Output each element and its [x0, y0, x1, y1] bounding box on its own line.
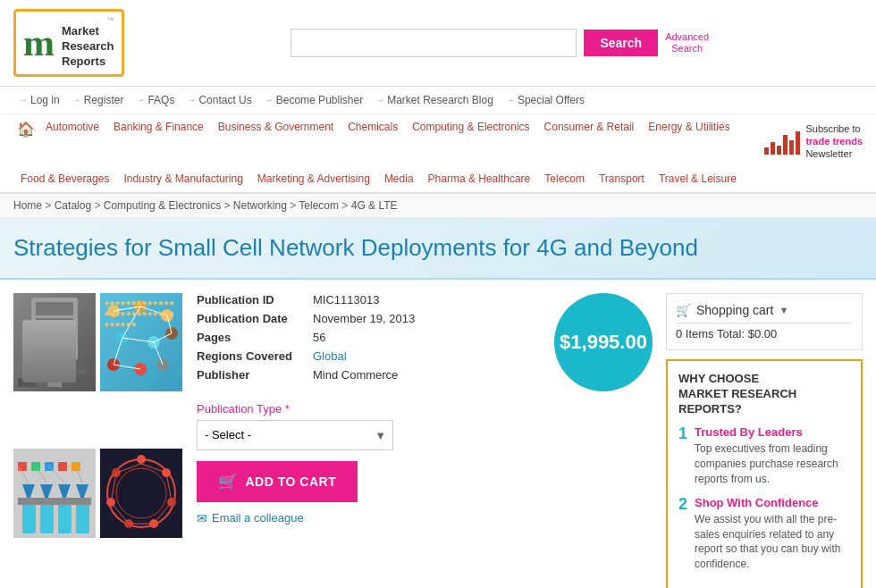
cat-automotive[interactable]: Automotive — [38, 114, 106, 169]
shopping-cart-icon: 🛒 — [676, 303, 691, 317]
logo-letter-m: m — [23, 24, 55, 62]
cat-business[interactable]: Business & Government — [211, 114, 341, 169]
category-nav: 🏠 Automotive Banking & Finance Business … — [0, 114, 876, 194]
why-heading-1: Trusted By Leaders — [695, 425, 850, 439]
cart-divider — [676, 323, 853, 323]
why-item-2: 2 Shop With Confidence We assist you wit… — [678, 496, 850, 572]
cat-energy[interactable]: Energy & Utilities — [641, 114, 737, 169]
why-number-1: 1 — [678, 425, 687, 486]
svg-point-8 — [134, 300, 147, 313]
cat-media[interactable]: Media — [377, 169, 421, 189]
search-button[interactable]: Search — [584, 29, 658, 56]
cat-travel[interactable]: Travel & Leisure — [652, 169, 744, 189]
required-marker: * — [285, 402, 290, 416]
subscribe-line1: Subscribe to — [805, 122, 863, 135]
category-row-1: 🏠 Automotive Banking & Finance Business … — [13, 114, 863, 169]
publication-type-select[interactable]: - Select - PDF Print PDF + Print — [197, 420, 393, 450]
cart-header: 🛒 Shopping cart ▼ — [676, 303, 853, 317]
product-image-4 — [100, 449, 182, 538]
cart-total-value: $0.00 — [748, 327, 778, 340]
subscribe-line3: Newsletter — [805, 147, 863, 160]
cat-pharma[interactable]: Pharma & Healthcare — [421, 169, 538, 189]
pub-id-label: Publication ID — [197, 293, 313, 307]
breadcrumb-home[interactable]: Home — [13, 199, 42, 212]
nav-contact[interactable]: Contact Us — [181, 92, 257, 108]
nav-publisher[interactable]: Become Publisher — [259, 92, 368, 108]
logo-text: Market Research Reports — [62, 24, 114, 70]
breadcrumb-telecom[interactable]: Telecom — [299, 199, 339, 212]
svg-rect-1 — [36, 302, 73, 315]
why-number-2: 2 — [678, 496, 687, 572]
main-content: Publication ID MIC1113013 Publication Da… — [0, 280, 876, 588]
svg-rect-3 — [36, 334, 73, 348]
add-to-cart-button[interactable]: 🛒 ADD TO CART — [197, 461, 358, 502]
cart-total: 0 Items Total: $0.00 — [676, 327, 853, 340]
nav-offers[interactable]: Special Offers — [501, 92, 590, 108]
nav-login[interactable]: Log in — [13, 92, 65, 108]
svg-point-9 — [161, 309, 173, 322]
breadcrumb-catalog[interactable]: Catalog — [55, 199, 91, 212]
breadcrumb-4g-lte[interactable]: 4G & LTE — [351, 199, 398, 212]
publisher-label: Publisher — [197, 368, 313, 382]
cat-computing[interactable]: Computing & Electronics — [405, 114, 536, 169]
cat-banking[interactable]: Banking & Finance — [106, 114, 211, 169]
header: m ™ Market Research Reports Search Advan… — [0, 0, 876, 87]
subscribe-line2: trade trends — [805, 135, 863, 147]
email-colleague-text: Email a colleague — [212, 511, 304, 525]
right-sidebar: 🛒 Shopping cart ▼ 0 Items Total: $0.00 W… — [666, 293, 863, 588]
nav-faqs[interactable]: FAQs — [131, 92, 180, 108]
svg-point-7 — [107, 305, 120, 317]
nav-register[interactable]: Register — [67, 92, 130, 108]
publication-type-select-wrapper: - Select - PDF Print PDF + Print ▼ — [197, 420, 393, 450]
trend-chart-icon — [764, 128, 800, 155]
svg-point-44 — [116, 468, 166, 518]
product-image-3 — [13, 449, 96, 538]
subscribe-box: Subscribe to trade trends Newsletter — [805, 118, 863, 165]
publisher-value: Mind Commerce — [313, 368, 398, 382]
breadcrumb-networking[interactable]: Networking — [233, 199, 287, 212]
price-circle: $1,995.00 — [554, 293, 653, 391]
email-icon: ✉ — [197, 511, 207, 525]
cat-consumer[interactable]: Consumer & Retail — [537, 114, 642, 169]
svg-rect-33 — [18, 498, 91, 505]
meta-publisher: Publisher Mind Commerce — [197, 368, 536, 382]
search-area: Search Advanced Search — [138, 29, 863, 57]
breadcrumb-computing[interactable]: Computing & Electronics — [104, 199, 221, 212]
product-image-2 — [100, 293, 182, 391]
email-colleague-link[interactable]: ✉ Email a colleague — [197, 511, 653, 525]
why-choose-title: WHY CHOOSE MARKET RESEARCH REPORTS? — [678, 372, 850, 417]
meta-table: Publication ID MIC1113013 Publication Da… — [197, 293, 536, 391]
cat-telecom[interactable]: Telecom — [537, 169, 592, 189]
pages-label: Pages — [197, 331, 313, 344]
shopping-cart-box: 🛒 Shopping cart ▼ 0 Items Total: $0.00 — [666, 293, 863, 350]
why-item-1: 1 Trusted By Leaders Top executives from… — [678, 425, 850, 486]
pub-date-label: Publication Date — [197, 312, 313, 325]
logo[interactable]: m ™ Market Research Reports — [13, 9, 124, 77]
category-row-2: Food & Beverages Industry & Manufacturin… — [13, 169, 863, 192]
nav-blog[interactable]: Market Research Blog — [370, 92, 499, 108]
cart-title: Shopping cart — [696, 303, 773, 317]
cat-transport[interactable]: Transport — [592, 169, 652, 189]
svg-rect-2 — [36, 318, 73, 332]
why-body-1: Top executives from leading companies pu… — [695, 441, 850, 486]
cart-total-label: Total: — [717, 327, 745, 340]
cat-industry[interactable]: Industry & Manufacturing — [116, 169, 249, 189]
home-icon[interactable]: 🏠 — [13, 114, 38, 169]
product-image-1 — [13, 293, 96, 391]
search-input[interactable] — [291, 29, 577, 57]
cart-icon: 🛒 — [218, 472, 239, 491]
cart-dropdown-icon[interactable]: ▼ — [779, 305, 788, 315]
svg-rect-27 — [58, 502, 72, 533]
svg-point-45 — [137, 455, 146, 464]
product-images — [13, 293, 183, 588]
page-title-section: Strategies for Small Cell Network Deploy… — [0, 218, 876, 280]
why-content-2: Shop With Confidence We assist you with … — [695, 496, 850, 572]
cat-food[interactable]: Food & Beverages — [13, 169, 116, 189]
regions-link[interactable]: Global — [313, 349, 347, 363]
product-details: Publication ID MIC1113013 Publication Da… — [197, 293, 653, 588]
regions-value: Global — [313, 349, 347, 363]
cat-chemicals[interactable]: Chemicals — [341, 114, 405, 169]
breadcrumb: Home > Catalog > Computing & Electronics… — [0, 194, 876, 218]
cat-marketing[interactable]: Marketing & Advertising — [250, 169, 377, 189]
advanced-search-link[interactable]: Advanced Search — [665, 31, 709, 55]
